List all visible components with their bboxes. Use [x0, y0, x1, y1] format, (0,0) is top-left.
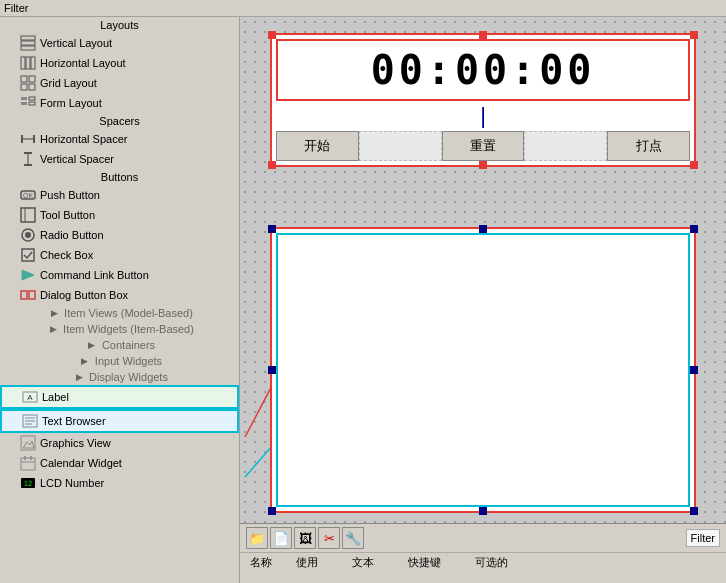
toolbar-icon-row: 📁 📄 🖼 ✂ 🔧 Filter — [240, 524, 726, 553]
layouts-header: Layouts — [0, 17, 239, 33]
sidebar-item-graphics-view[interactable]: Graphics View — [0, 433, 239, 453]
sidebar-item-vertical-layout[interactable]: Vertical Layout — [0, 33, 239, 53]
list-handle-tc — [479, 225, 487, 233]
sidebar-item-lcd-number[interactable]: 12 LCD Number — [0, 473, 239, 493]
sidebar-item-text-browser[interactable]: Text Browser — [0, 409, 239, 433]
svg-rect-8 — [21, 84, 27, 90]
sidebar-item-check-box[interactable]: Check Box — [0, 245, 239, 265]
filter-label: Filter — [686, 529, 720, 547]
toolbar-image-btn[interactable]: 🖼 — [294, 527, 316, 549]
sidebar-label: Text Browser — [42, 415, 106, 427]
reset-button[interactable]: 重置 — [442, 131, 525, 161]
expand-icon: ▶ — [71, 372, 87, 382]
svg-rect-12 — [21, 102, 27, 105]
sidebar-item-calendar-widget[interactable]: Calendar Widget — [0, 453, 239, 473]
sidebar-label: Vertical Layout — [40, 37, 112, 49]
sidebar-label: Horizontal Layout — [40, 57, 126, 69]
svg-rect-1 — [21, 41, 35, 45]
main-area: Layouts Vertical Layout Horizontal Layou… — [0, 17, 726, 583]
sidebar-label: Containers — [102, 339, 155, 351]
sidebar-item-label[interactable]: A Label — [0, 385, 239, 409]
sidebar-item-form-layout[interactable]: Form Layout — [0, 93, 239, 113]
toolbar-cut-btn[interactable]: ✂ — [318, 527, 340, 549]
sidebar-label: Check Box — [40, 249, 93, 261]
svg-rect-22 — [21, 208, 35, 222]
timer-widget: 00:00:00 | 开始 重置 打点 — [270, 33, 696, 167]
sidebar-label: Label — [42, 391, 69, 403]
toolbar-folder-btn[interactable]: 📁 — [246, 527, 268, 549]
svg-marker-27 — [22, 270, 34, 280]
col-text: 文本 — [348, 555, 404, 570]
svg-text:A: A — [27, 393, 33, 402]
sidebar-item-horizontal-layout[interactable]: Horizontal Layout — [0, 53, 239, 73]
tool-button-icon — [20, 207, 36, 223]
command-link-icon — [20, 267, 36, 283]
corner-handle-bl — [268, 161, 276, 169]
punch-button[interactable]: 打点 — [607, 131, 690, 161]
svg-rect-9 — [29, 84, 35, 90]
svg-rect-7 — [29, 76, 35, 82]
lap2-button[interactable] — [524, 131, 607, 161]
sidebar-item-command-link-button[interactable]: Command Link Button — [0, 265, 239, 285]
canvas-area[interactable]: 00:00:00 | 开始 重置 打点 — [240, 17, 726, 523]
sidebar-item-tool-button[interactable]: Tool Button — [0, 205, 239, 225]
sidebar-label: Radio Button — [40, 229, 104, 241]
corner-handle-bc — [479, 161, 487, 169]
toolbar-gear-btn[interactable]: 🔧 — [342, 527, 364, 549]
calendar-icon — [20, 455, 36, 471]
col-name: 名称 — [246, 555, 292, 570]
sidebar-item-input-widgets[interactable]: ▶ Input Widgets — [0, 353, 239, 369]
list-handle-mr — [690, 366, 698, 374]
sidebar-item-grid-layout[interactable]: Grid Layout — [0, 73, 239, 93]
list-handle-tl — [268, 225, 276, 233]
sidebar-item-containers[interactable]: ▶ Containers — [0, 337, 239, 353]
right-section: 00:00:00 | 开始 重置 打点 — [240, 17, 726, 583]
sidebar-label: Command Link Button — [40, 269, 149, 281]
sidebar-item-display-widgets[interactable]: ▶ Display Widgets — [0, 369, 239, 385]
label-icon: A — [22, 389, 38, 405]
svg-rect-6 — [21, 76, 27, 82]
svg-rect-26 — [22, 249, 34, 261]
bottom-toolbar: 📁 📄 🖼 ✂ 🔧 Filter 名称 使用 文本 快捷键 可选的 — [240, 523, 726, 583]
col-shortcut: 快捷键 — [404, 555, 471, 570]
toolbar-doc-btn[interactable]: 📄 — [270, 527, 292, 549]
lcd-icon: 12 — [20, 475, 36, 491]
start-button[interactable]: 开始 — [276, 131, 359, 161]
list-handle-bl — [268, 507, 276, 515]
timer-display: 00:00:00 — [276, 39, 690, 101]
list-handle-tr — [690, 225, 698, 233]
sidebar-label: Grid Layout — [40, 77, 97, 89]
sidebar-item-item-widgets[interactable]: ▶ Item Widgets (Item-Based) — [0, 321, 239, 337]
sidebar-label: Vertical Spacer — [40, 153, 114, 165]
list-widget[interactable] — [270, 227, 696, 513]
svg-text:12: 12 — [24, 480, 32, 488]
sidebar-item-radio-button[interactable]: Radio Button — [0, 225, 239, 245]
list-handle-ml — [268, 366, 276, 374]
svg-rect-11 — [29, 97, 35, 100]
vertical-layout-icon — [20, 35, 36, 51]
sidebar-item-dialog-button-box[interactable]: Dialog Button Box — [0, 285, 239, 305]
svg-rect-10 — [21, 97, 27, 100]
filter-text: Filter — [691, 532, 715, 544]
sidebar-label: Graphics View — [40, 437, 111, 449]
svg-rect-13 — [29, 102, 35, 105]
sidebar-label: Item Widgets (Item-Based) — [63, 323, 194, 335]
check-box-icon — [20, 247, 36, 263]
lap1-button[interactable] — [359, 131, 442, 161]
expand-icon: ▶ — [84, 340, 100, 350]
timer-buttons: 开始 重置 打点 — [276, 131, 690, 161]
svg-rect-5 — [31, 57, 35, 69]
sidebar-item-push-button[interactable]: OK Push Button — [0, 185, 239, 205]
corner-handle-tl — [268, 31, 276, 39]
sidebar-item-vertical-spacer[interactable]: Vertical Spacer — [0, 149, 239, 169]
sidebar-item-horizontal-spacer[interactable]: Horizontal Spacer — [0, 129, 239, 149]
sidebar-item-item-views[interactable]: ▶ Item Views (Model-Based) — [0, 305, 239, 321]
left-panel: Layouts Vertical Layout Horizontal Layou… — [0, 17, 240, 583]
list-inner — [276, 233, 690, 507]
expand-icon: ▶ — [77, 356, 93, 366]
graphics-view-icon — [20, 435, 36, 451]
corner-handle-br — [690, 161, 698, 169]
toolbar-columns: 名称 使用 文本 快捷键 可选的 — [240, 553, 726, 572]
svg-text:OK: OK — [23, 192, 33, 199]
sidebar-label: Form Layout — [40, 97, 102, 109]
